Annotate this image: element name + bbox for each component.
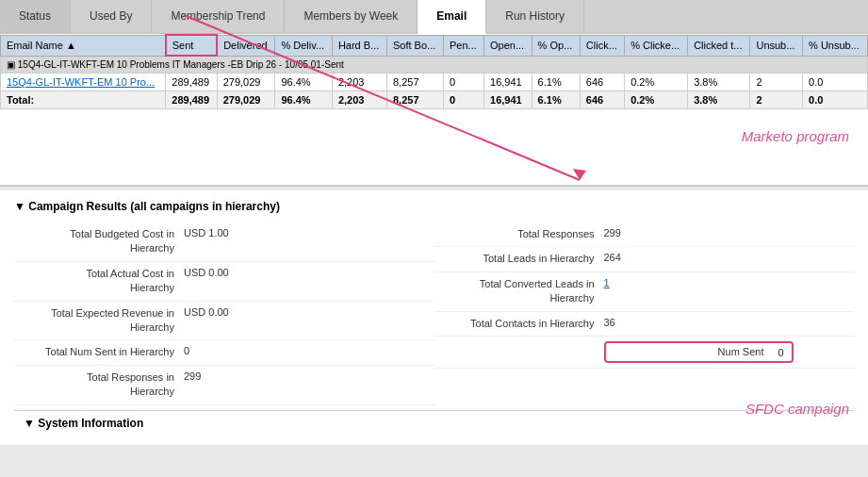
total-pct-deliv: 96.4% bbox=[275, 91, 332, 109]
campaign-row-expected-revenue: Total Expected Revenue inHierarchy USD 0… bbox=[14, 302, 434, 341]
total-responses-value: 299 bbox=[184, 370, 201, 382]
sfdc-label: SFDC campaign bbox=[745, 401, 849, 417]
col-email-name[interactable]: Email Name ▲ bbox=[1, 35, 166, 56]
tab-email[interactable]: Email bbox=[418, 0, 486, 34]
total-soft-bo: 8,257 bbox=[387, 91, 444, 109]
campaign-row-budgeted-cost: Total Budgeted Cost inHierarchy USD 1.00 bbox=[14, 222, 434, 262]
tab-membership-trend[interactable]: Membership Trend bbox=[152, 0, 285, 33]
campaign-row-total-responses: Total Responses inHierarchy 299 bbox=[14, 366, 434, 405]
campaign-row-actual-cost: Total Actual Cost inHierarchy USD 0.00 bbox=[14, 262, 434, 302]
col-pct-op[interactable]: % Op... bbox=[532, 35, 580, 56]
total-label: Total: bbox=[1, 91, 166, 109]
open-cell: 16,941 bbox=[484, 74, 532, 91]
marketo-program-label: Marketo program bbox=[742, 128, 849, 144]
pen-cell: 0 bbox=[444, 74, 484, 91]
right-responses-value: 299 bbox=[604, 227, 621, 238]
total-click: 646 bbox=[580, 91, 624, 109]
pct-clicke-cell: 0.2% bbox=[625, 74, 688, 91]
campaign-row-converted-leads: Total Converted Leads inHierarchy 1 bbox=[434, 272, 855, 312]
pct-op-cell: 6.1% bbox=[532, 74, 580, 91]
total-row: Total: 289,489 279,029 96.4% 2,203 8,257… bbox=[1, 91, 868, 109]
tab-run-history[interactable]: Run History bbox=[486, 0, 584, 33]
tab-bar: Status Used By Membership Trend Members … bbox=[0, 0, 868, 34]
total-clicked-t: 3.8% bbox=[688, 91, 750, 109]
campaign-row-contacts: Total Contacts in Hierarchy 36 bbox=[434, 312, 855, 337]
expected-revenue-value: USD 0.00 bbox=[184, 306, 229, 318]
converted-leads-value[interactable]: 1 bbox=[604, 277, 610, 288]
delivered-cell: 279,029 bbox=[217, 74, 275, 91]
email-name-cell[interactable]: 15Q4-GL-IT-WKFT-EM 10 Pro... bbox=[1, 74, 166, 91]
num-sent-highlight-box: Num Sent 0 bbox=[604, 341, 794, 363]
actual-cost-label: Total Actual Cost inHierarchy bbox=[24, 267, 174, 296]
col-pen[interactable]: Pen... bbox=[444, 35, 484, 56]
marketo-section: Status Used By Membership Trend Members … bbox=[0, 0, 868, 187]
sent-cell: 289,489 bbox=[166, 74, 217, 91]
svg-marker-1 bbox=[573, 169, 586, 180]
tab-members-by-week[interactable]: Members by Week bbox=[285, 0, 418, 33]
total-delivered: 279,029 bbox=[217, 91, 275, 109]
col-open[interactable]: Open... bbox=[484, 35, 532, 56]
contacts-value: 36 bbox=[604, 317, 615, 328]
actual-cost-value: USD 0.00 bbox=[184, 267, 229, 278]
campaign-results-label: ▼ Campaign Results (all campaigns in hie… bbox=[14, 200, 280, 213]
campaign-left-col: Total Budgeted Cost inHierarchy USD 1.00… bbox=[14, 222, 434, 405]
total-pct-clicke: 0.2% bbox=[625, 91, 688, 109]
total-open: 16,941 bbox=[484, 91, 532, 109]
col-unsub[interactable]: Unsub... bbox=[750, 35, 803, 56]
email-data-table: Email Name ▲ Sent Delivered % Deliv... H… bbox=[0, 34, 868, 109]
system-info-header[interactable]: ▼ System Information bbox=[14, 410, 854, 436]
expected-revenue-label: Total Expected Revenue inHierarchy bbox=[24, 306, 174, 336]
total-pen: 0 bbox=[444, 91, 484, 109]
soft-bo-cell: 8,257 bbox=[387, 74, 444, 91]
sfdc-section: ▼ Campaign Results (all campaigns in hie… bbox=[0, 190, 868, 445]
pct-deliv-cell: 96.4% bbox=[275, 74, 332, 91]
hard-b-cell: 2,203 bbox=[332, 74, 386, 91]
clicked-t-cell: 3.8% bbox=[688, 74, 750, 91]
converted-leads-label: Total Converted Leads inHierarchy bbox=[444, 277, 595, 306]
tab-status[interactable]: Status bbox=[0, 0, 71, 33]
col-pct-deliv[interactable]: % Deliv... bbox=[275, 35, 332, 56]
total-pct-op: 6.1% bbox=[532, 91, 580, 109]
col-click[interactable]: Click... bbox=[580, 35, 624, 56]
contacts-label: Total Contacts in Hierarchy bbox=[444, 317, 595, 331]
group-header-label: ▣ 15Q4-GL-IT-WKFT-EM 10 Problems IT Mana… bbox=[1, 56, 868, 74]
system-info-label: ▼ System Information bbox=[24, 417, 143, 430]
total-sent: 289,489 bbox=[166, 91, 217, 109]
col-sent[interactable]: Sent bbox=[166, 35, 217, 56]
email-table-area: Email Name ▲ Sent Delivered % Deliv... H… bbox=[0, 34, 868, 109]
campaign-row-num-sent: Total Num Sent in Hierarchy 0 bbox=[14, 340, 434, 365]
leads-label: Total Leads in Hierarchy bbox=[444, 252, 595, 266]
total-hard-b: 2,203 bbox=[332, 91, 386, 109]
campaign-row-leads: Total Leads in Hierarchy 264 bbox=[434, 247, 855, 271]
table-row: 15Q4-GL-IT-WKFT-EM 10 Pro... 289,489 279… bbox=[1, 74, 868, 91]
group-header-row: ▣ 15Q4-GL-IT-WKFT-EM 10 Problems IT Mana… bbox=[1, 56, 868, 74]
pct-unsub-cell: 0.0 bbox=[803, 74, 868, 91]
unsub-cell: 2 bbox=[750, 74, 803, 91]
budgeted-cost-value: USD 1.00 bbox=[184, 227, 229, 238]
num-sent-box-label: Num Sent bbox=[614, 345, 764, 359]
campaign-results-header[interactable]: ▼ Campaign Results (all campaigns in hie… bbox=[14, 200, 854, 213]
campaign-row-right-responses: Total Responses 299 bbox=[434, 222, 855, 247]
col-hard-b[interactable]: Hard B... bbox=[332, 35, 386, 56]
campaign-grid: Total Budgeted Cost inHierarchy USD 1.00… bbox=[14, 222, 854, 405]
campaign-right-col: Total Responses 299 Total Leads in Hiera… bbox=[434, 222, 855, 405]
col-clicked-t[interactable]: Clicked t... bbox=[688, 35, 750, 56]
click-cell: 646 bbox=[580, 74, 624, 91]
right-responses-label: Total Responses bbox=[444, 227, 595, 241]
col-pct-unsub[interactable]: % Unsub... bbox=[803, 35, 868, 56]
col-pct-clicke[interactable]: % Clicke... bbox=[625, 35, 688, 56]
tab-used-by[interactable]: Used By bbox=[71, 0, 152, 33]
num-sent-value: 0 bbox=[184, 345, 189, 356]
total-responses-label: Total Responses inHierarchy bbox=[24, 370, 174, 400]
total-unsub: 2 bbox=[750, 91, 803, 109]
total-pct-unsub: 0.0 bbox=[803, 91, 868, 109]
leads-value: 264 bbox=[604, 252, 621, 263]
budgeted-cost-label: Total Budgeted Cost inHierarchy bbox=[24, 227, 174, 256]
num-sent-label: Total Num Sent in Hierarchy bbox=[24, 345, 174, 359]
campaign-row-num-sent-box: Num Sent 0 bbox=[434, 337, 855, 369]
num-sent-box-value: 0 bbox=[778, 347, 784, 358]
col-delivered[interactable]: Delivered bbox=[217, 35, 275, 56]
col-soft-bo[interactable]: Soft Bo... bbox=[387, 35, 444, 56]
